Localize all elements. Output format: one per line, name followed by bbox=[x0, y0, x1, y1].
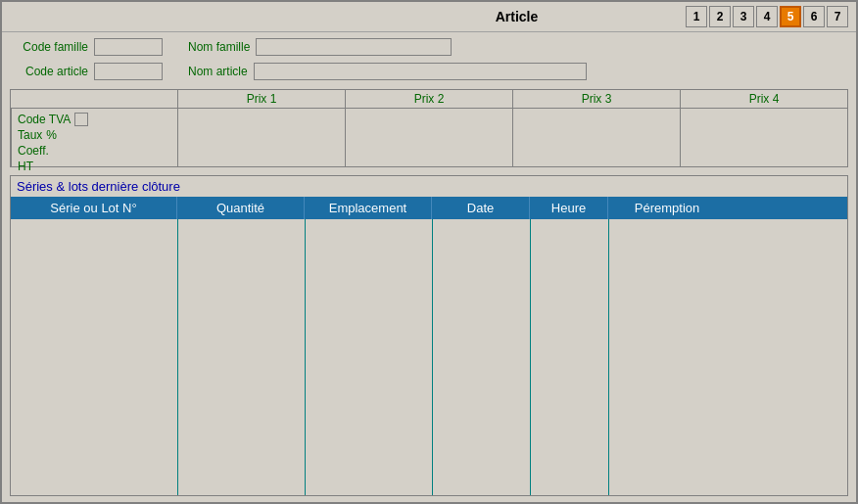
tab-1[interactable]: 1 bbox=[686, 6, 707, 27]
divider-5 bbox=[608, 219, 609, 495]
nom-article-input[interactable] bbox=[254, 63, 587, 80]
prix3-header: Prix 3 bbox=[512, 90, 680, 108]
nom-article-label: Nom article bbox=[188, 65, 248, 78]
content-area: Code famille Nom famille Code article No… bbox=[2, 32, 856, 502]
prix-left-header bbox=[11, 90, 177, 108]
prix3-cell bbox=[512, 108, 680, 166]
th-emplacement: Emplacement bbox=[305, 197, 432, 219]
code-famille-row: Code famille Nom famille bbox=[10, 38, 848, 56]
divider-3 bbox=[432, 219, 433, 495]
th-quantite: Quantité bbox=[177, 197, 305, 219]
series-title: Séries & lots dernière clôture bbox=[11, 176, 847, 197]
tab-2[interactable]: 2 bbox=[709, 6, 731, 27]
tab-buttons: 1 2 3 4 5 6 7 bbox=[686, 6, 848, 27]
tab-5[interactable]: 5 bbox=[780, 6, 801, 27]
series-section: Séries & lots dernière clôture Série ou … bbox=[10, 175, 848, 496]
divider-4 bbox=[530, 219, 531, 495]
code-article-row: Code article Nom article bbox=[10, 63, 848, 80]
table-body bbox=[11, 219, 847, 495]
divider-2 bbox=[305, 219, 306, 495]
tab-3[interactable]: 3 bbox=[733, 6, 754, 27]
th-peremption: Péremption bbox=[608, 197, 726, 219]
tva-cell: Code TVA Taux % Coeff. HT TTC bbox=[11, 108, 177, 166]
tab-4[interactable]: 4 bbox=[756, 6, 778, 27]
th-heure: Heure bbox=[530, 197, 608, 219]
code-famille-label: Code famille bbox=[10, 40, 88, 54]
code-tva-checkbox[interactable] bbox=[74, 113, 88, 126]
code-article-label: Code article bbox=[10, 65, 88, 78]
title-bar: Article 1 2 3 4 5 6 7 bbox=[2, 2, 856, 32]
code-article-input[interactable] bbox=[94, 63, 163, 80]
prices-section: Prix 1 Prix 2 Prix 3 Prix 4 Code TVA Tau… bbox=[10, 89, 848, 167]
main-window: Article 1 2 3 4 5 6 7 Code famille Nom f… bbox=[0, 0, 858, 504]
window-title: Article bbox=[348, 9, 686, 24]
prix2-cell bbox=[345, 108, 512, 166]
tab-6[interactable]: 6 bbox=[803, 6, 825, 27]
prix1-header: Prix 1 bbox=[177, 90, 345, 108]
prix4-cell bbox=[680, 108, 847, 166]
nom-famille-input[interactable] bbox=[256, 38, 452, 56]
prix2-header: Prix 2 bbox=[345, 90, 512, 108]
taux-label: Taux bbox=[18, 128, 42, 142]
divider-1 bbox=[177, 219, 178, 495]
tab-7[interactable]: 7 bbox=[827, 6, 848, 27]
th-serie: Série ou Lot N° bbox=[11, 197, 177, 219]
ht-label: HT bbox=[18, 160, 33, 173]
prix4-header: Prix 4 bbox=[680, 90, 847, 108]
coeff-label: Coeff. bbox=[18, 144, 49, 158]
prix1-cell bbox=[177, 108, 345, 166]
table-header: Série ou Lot N° Quantité Emplacement Dat… bbox=[11, 197, 847, 219]
code-tva-label: Code TVA bbox=[18, 113, 71, 126]
code-famille-input[interactable] bbox=[94, 38, 163, 56]
nom-famille-label: Nom famille bbox=[188, 40, 250, 54]
th-date: Date bbox=[432, 197, 530, 219]
percent-label: % bbox=[46, 128, 57, 142]
